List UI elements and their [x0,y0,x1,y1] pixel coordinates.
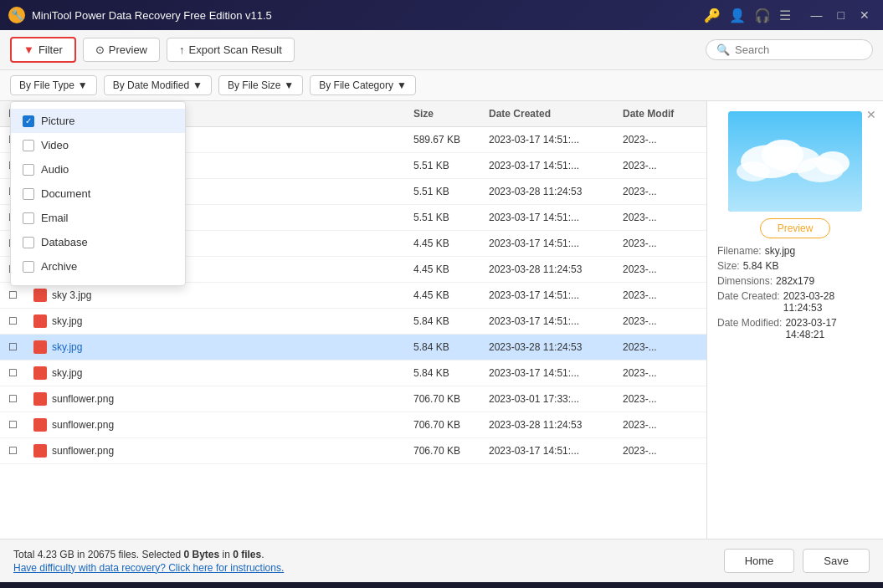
user-icon[interactable]: 👤 [729,8,746,23]
by-file-type-dropdown[interactable]: By File Type ▼ [10,75,97,95]
preview-image [728,111,862,212]
file-date-created: 2023-03-17 14:51:... [489,212,623,223]
dropdown-item-document[interactable]: Document [11,182,185,206]
status-bar: Total 4.23 GB in 20675 files. Selected 0… [0,539,883,582]
table-row[interactable]: ☐ sky 3.jpg 4.45 KB 2023-03-17 14:51:...… [0,283,706,309]
dropdown-item-archive[interactable]: Archive [11,254,185,279]
file-icon [33,444,47,458]
file-size: 4.45 KB [413,238,489,249]
archive-label: Archive [41,260,77,273]
file-date-created: 2023-03-28 11:24:53 [489,186,623,197]
key-icon[interactable]: 🔑 [704,8,721,23]
search-box[interactable]: 🔍 [706,39,873,60]
by-date-modified-dropdown[interactable]: By Date Modified ▼ [104,75,212,95]
dropdown-item-database[interactable]: Database [11,230,185,254]
filter-button[interactable]: ▼ Filter [10,37,76,63]
save-button[interactable]: Save [803,549,870,573]
row-checkbox[interactable]: ☐ [8,289,33,301]
dimensions-value: 282x179 [776,275,814,287]
preview-button[interactable]: ⊙ Preview [83,38,160,62]
video-checkbox[interactable] [23,140,34,151]
table-row[interactable]: ☐ sunflower.png 706.70 KB 2023-03-17 14:… [0,438,706,464]
preview-date-created-row: Date Created: 2023-03-28 11:24:53 [717,290,873,314]
preview-icon: ⊙ [95,43,105,56]
file-date-modified: 2023-... [623,315,698,327]
email-checkbox[interactable] [23,212,34,224]
export-button[interactable]: ↑ Export Scan Result [167,38,295,62]
file-date-created: 2023-03-28 11:24:53 [489,263,623,275]
file-name-cell: sky.jpg [33,314,413,328]
by-file-size-dropdown[interactable]: By File Size ▼ [218,75,303,95]
file-size-label: By File Size [228,79,280,91]
row-checkbox[interactable]: ☐ [8,315,33,327]
file-name-cell: sunflower.png [33,444,413,458]
archive-checkbox[interactable] [23,261,34,273]
bold-bytes: 0 Bytes [183,549,219,560]
file-date-modified: 2023-... [623,289,698,301]
file-date-created: 2023-03-17 14:51:... [489,445,623,457]
close-button[interactable]: ✕ [855,7,875,23]
table-row[interactable]: ☐ sky.jpg 5.84 KB 2023-03-17 14:51:... 2… [0,360,706,386]
minimize-button[interactable]: — [806,7,828,23]
row-checkbox[interactable]: ☐ [8,341,33,353]
preview-action-button[interactable]: Preview [760,218,831,238]
preview-close-button[interactable]: ✕ [866,108,876,121]
audio-checkbox[interactable] [23,164,34,176]
app-title: MiniTool Power Data Recovery Free Editio… [32,9,697,22]
preview-date-modified-row: Date Modified: 2023-03-17 14:48:21 [717,317,873,340]
main-content: Picture Video Audio Document Email Datab… [0,101,883,539]
row-checkbox[interactable]: ☐ [8,393,33,405]
preview-filename-row: Filename: sky.jpg [717,245,873,257]
file-size: 706.70 KB [413,419,489,431]
file-name-cell: sky 3.jpg [33,289,413,302]
file-icon [33,314,47,328]
database-checkbox[interactable] [23,237,34,248]
search-icon: 🔍 [716,43,730,56]
file-type-label: By File Type [19,79,74,91]
sky-preview-svg [728,111,862,212]
export-icon: ↑ [179,43,185,56]
search-input[interactable] [735,43,862,56]
database-label: Database [41,236,88,248]
file-name-cell: sunflower.png [33,418,413,432]
dropdown-item-video[interactable]: Video [11,133,185,157]
file-date-created: 2023-03-17 14:51:... [489,160,623,171]
filename-value: sky.jpg [765,245,795,257]
file-name: sunflower.png [52,445,114,457]
file-name-cell: sunflower.png [33,392,413,406]
home-button[interactable]: Home [724,549,795,573]
file-size: 5.84 KB [413,367,489,379]
title-bar: 🔧 MiniTool Power Data Recovery Free Edit… [0,0,883,30]
file-date-created: 2023-03-17 14:51:... [489,289,623,301]
filter-label: Filter [39,43,63,56]
table-row[interactable]: ☐ sunflower.png 706.70 KB 2023-03-28 11:… [0,412,706,438]
file-type-dropdown-overlay: Picture Video Audio Document Email Datab… [10,101,186,286]
table-row[interactable]: ☐ sunflower.png 706.70 KB 2023-03-01 17:… [0,386,706,412]
file-size: 589.67 KB [413,134,489,146]
dropdown-item-audio[interactable]: Audio [11,157,185,182]
row-checkbox[interactable]: ☐ [8,419,33,431]
file-size: 4.45 KB [413,263,489,275]
document-checkbox[interactable] [23,188,34,200]
file-date-modified: 2023-... [623,419,698,431]
file-date-created: 2023-03-17 14:51:... [489,134,623,146]
row-checkbox[interactable]: ☐ [8,367,33,379]
status-text: Total 4.23 GB in 20675 files. Selected 0… [13,549,284,560]
table-row[interactable]: ☐ sky.jpg 5.84 KB 2023-03-17 14:51:... 2… [0,309,706,335]
table-row[interactable]: ☐ sky.jpg 5.84 KB 2023-03-28 11:24:53 20… [0,335,706,360]
dropdown-item-picture[interactable]: Picture [11,109,185,133]
maximize-button[interactable]: □ [833,7,850,23]
date-created-label: Date Created: [717,290,780,314]
file-size: 706.70 KB [413,445,489,457]
dropdown-item-email[interactable]: Email [11,206,185,230]
row-checkbox[interactable]: ☐ [8,445,33,457]
preview-size-row: Size: 5.84 KB [717,260,873,272]
picture-checkbox[interactable] [23,115,34,127]
file-name: sunflower.png [52,393,114,405]
menu-icon[interactable]: ☰ [779,8,791,23]
file-size: 5.84 KB [413,315,489,327]
by-file-category-dropdown[interactable]: By File Category ▼ [310,75,416,95]
file-size: 706.70 KB [413,393,489,405]
headphone-icon[interactable]: 🎧 [754,8,771,23]
help-link[interactable]: Have difficulty with data recovery? Clic… [13,562,284,574]
